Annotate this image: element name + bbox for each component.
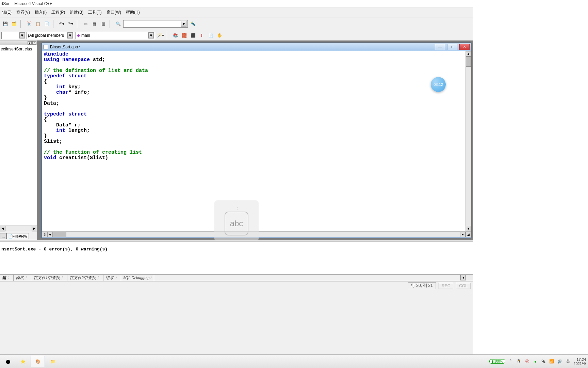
tab-debug[interactable]: 调试〉 (14, 275, 31, 281)
editor-maximize-button[interactable]: □ (447, 44, 457, 50)
output-pane[interactable]: nsertSort.exe - 0 error(s), 0 warning(s) (0, 242, 473, 274)
tab-build[interactable]: 建〉 (0, 275, 14, 281)
tab-sql[interactable]: SQL Debugging/ (121, 275, 154, 281)
col-indicator: COL (456, 283, 471, 289)
find-combo[interactable]: ▼ (123, 20, 188, 28)
tray-power-icon[interactable]: 🔌 (541, 359, 546, 364)
output-line: nsertSort.exe - 0 error(s), 0 warning(s) (1, 247, 471, 252)
minimize-button[interactable]: — (457, 1, 469, 6)
panel-pin-icon[interactable]: ▴ (28, 41, 32, 45)
tray-chevron-icon[interactable]: ˄ (508, 359, 513, 364)
scroll-up-icon[interactable]: ▲ (466, 51, 471, 57)
workspace-panel: ▴ × ectinsertSort clas ◄ ► ... 📄FileView (0, 41, 37, 240)
tab-find1[interactable]: 在文件1中查找〉 (31, 275, 67, 281)
taskbar-apps: ⬤ ⭐ 🎨 📁 (1, 356, 60, 367)
scroll-left-icon[interactable]: ◄ (47, 232, 53, 237)
taskbar-app-star[interactable]: ⭐ (16, 356, 30, 367)
scroll-left-icon[interactable]: ◄ (460, 275, 466, 280)
rec-indicator: REC (439, 283, 453, 289)
output-hscroll[interactable]: ◄ (460, 275, 473, 280)
workspace-icon[interactable]: ▭ (82, 20, 89, 28)
editor-titlebar: BinsertSort.cpp * — □ ✕ (42, 43, 471, 51)
scroll-track[interactable] (466, 67, 471, 226)
save-all-icon[interactable]: 🗂️ (10, 20, 18, 28)
tab-classview[interactable]: ... (0, 233, 6, 239)
caret-up-icon: 〈 (235, 206, 238, 211)
tab-results[interactable]: 结果〉 (103, 275, 121, 281)
cut-icon[interactable]: ✂️ (25, 20, 33, 28)
tray-date: 2021/4/ (573, 362, 586, 366)
scroll-right-icon[interactable]: ► (460, 232, 466, 237)
scroll-down-icon[interactable]: ▼ (466, 226, 471, 231)
tray-volume-icon[interactable]: 🔊 (557, 359, 562, 364)
tab-fileview-label: FileView (12, 234, 27, 238)
panel-close-icon[interactable]: × (32, 41, 36, 45)
menu-tools[interactable]: 工具(T) (87, 9, 103, 16)
search-icon[interactable]: 🔦 (189, 20, 197, 28)
scope-combo[interactable]: (All global members ▼ (27, 32, 74, 39)
menu-edit[interactable]: 辑(E) (1, 9, 13, 16)
status-bar: 行 20, 列 21 REC COL (0, 281, 473, 290)
editor-vscroll[interactable]: ▲ ▼ (466, 51, 471, 231)
taskbar-app-1[interactable]: ⬤ (1, 356, 15, 367)
paste-icon[interactable]: 📄 (43, 20, 50, 28)
scroll-track[interactable] (5, 226, 32, 232)
blank-region (473, 0, 588, 354)
tray-clock[interactable]: 17:24 2021/4/ (573, 357, 586, 366)
breakpoint-icon[interactable]: ✋ (216, 32, 223, 39)
function-combo[interactable]: ◆ main ▼ (76, 32, 155, 39)
app-window: rtSort - Microsoft Visual C++ — 辑(E) 查看(… (0, 0, 473, 354)
window-list-icon[interactable]: ▦ (91, 20, 98, 28)
tray-app-icon[interactable]: ⓦ (524, 359, 530, 364)
go-icon[interactable]: 📄 (207, 32, 214, 39)
menu-help[interactable]: 帮助(H) (125, 9, 141, 16)
find-icon[interactable]: 🔍 (114, 20, 122, 28)
compile-icon[interactable]: 📚 (172, 32, 179, 39)
scroll-left-icon[interactable]: ◄ (0, 226, 5, 231)
output-tabs: 建〉 调试〉 在文件1中查找〉 在文件2中查找〉 结果〉 SQL Debuggi… (0, 274, 473, 281)
scroll-right-icon[interactable]: ► (32, 226, 37, 231)
chevron-down-icon[interactable]: ▼ (181, 21, 186, 27)
taskbar-app-explorer[interactable]: 📁 (46, 356, 60, 367)
tray-wifi-icon[interactable]: 📶 (549, 359, 554, 364)
stop-build-icon[interactable]: ⬛ (189, 32, 197, 39)
tab-find2[interactable]: 在文件2中查找〉 (67, 275, 103, 281)
save-icon[interactable]: 💾 (1, 20, 9, 28)
class-combo[interactable]: ▼ (1, 32, 25, 39)
undo-icon[interactable]: ↶▾ (58, 20, 65, 28)
size-grip-icon[interactable]: ◢ (466, 232, 471, 237)
tile-icon[interactable]: ▥ (99, 20, 107, 28)
tray-qq-icon[interactable]: 🐧 (516, 359, 522, 364)
execute-icon[interactable]: ! (198, 32, 206, 39)
chevron-down-icon[interactable]: ▼ (148, 32, 154, 39)
tab-fileview[interactable]: 📄FileView (6, 233, 29, 239)
chevron-down-icon[interactable]: ▼ (19, 32, 25, 39)
copy-icon[interactable]: 📋 (34, 20, 42, 28)
menu-project[interactable]: 工程(P) (50, 9, 66, 16)
menu-build[interactable]: 组建(B) (68, 9, 85, 16)
build-icon[interactable]: 🧱 (180, 32, 188, 39)
editor-close-button[interactable]: ✕ (459, 44, 470, 50)
taskbar-app-colors[interactable]: 🎨 (31, 356, 45, 367)
scroll-thumb[interactable] (466, 57, 471, 67)
tray-shield-icon[interactable]: ● (533, 359, 538, 364)
scroll-track[interactable] (466, 275, 473, 280)
tree-hscroll[interactable]: ◄ ► (0, 226, 37, 232)
editor-minimize-button[interactable]: — (435, 44, 445, 50)
tree-class-item[interactable]: ectinsertSort clas (1, 47, 36, 51)
split-icon[interactable]: ▯ (42, 232, 47, 237)
redo-icon[interactable]: ↷▾ (67, 20, 74, 28)
editor-filename: BinsertSort.cpp * (50, 45, 433, 49)
menu-insert[interactable]: 插入(I) (33, 9, 48, 16)
menu-view[interactable]: 查看(V) (15, 9, 31, 16)
chevron-down-icon[interactable]: ▼ (67, 32, 73, 39)
recording-timer-badge[interactable]: 03:12 (431, 77, 446, 92)
scroll-track[interactable] (66, 232, 460, 237)
scroll-thumb[interactable] (53, 232, 66, 237)
tray-lang[interactable]: 英 (565, 359, 571, 364)
ime-indicator: 〈 abc (214, 200, 259, 241)
menu-window[interactable]: 窗口(W) (105, 9, 122, 16)
battery-indicator[interactable]: ▮100% (489, 359, 506, 364)
wand-icon[interactable]: 🪄▾ (157, 32, 164, 39)
class-tree[interactable]: ectinsertSort clas (0, 45, 37, 226)
